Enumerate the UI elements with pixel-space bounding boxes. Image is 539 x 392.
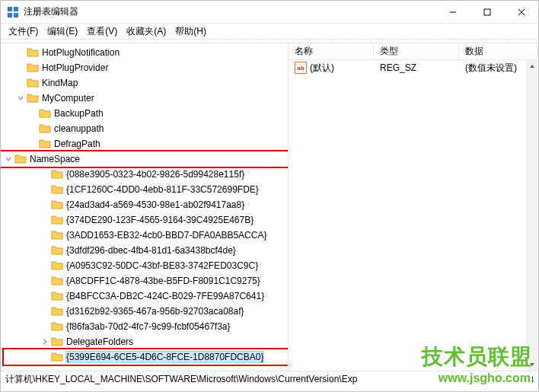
tree-item-label: {1CF1260C-4DD0-4ebb-811F-33C572699FDE} xyxy=(66,184,259,195)
folder-icon xyxy=(51,336,63,348)
title-bar: 注册表编辑器 xyxy=(1,1,538,24)
menu-edit[interactable]: 编辑(E) xyxy=(43,25,82,38)
folder-icon xyxy=(51,168,63,180)
tree-item-namespace[interactable]: NameSpace xyxy=(1,151,288,167)
tree-item-label: DelegateFolders xyxy=(66,336,133,347)
tree-item-label: NameSpace xyxy=(30,154,80,164)
values-pane[interactable]: 名称 类型 数据 ab (默认) REG_SZ (数值未设置) xyxy=(289,43,538,371)
tree-item[interactable]: MyComputer xyxy=(4,91,288,106)
tree-item[interactable]: KindMap xyxy=(4,75,288,91)
tree-item-label: KindMap xyxy=(42,78,78,88)
menu-file[interactable]: 文件(F) xyxy=(4,25,43,38)
window-buttons xyxy=(435,1,538,23)
tree-item-label: {A0953C92-50DC-43bf-BE83-3742FED03C9C} xyxy=(66,260,258,271)
tree-item[interactable]: {A8CDFF1C-4878-43be-B5FD-F8091C1C9275} xyxy=(4,273,288,288)
tree-item-label: {374DE290-123F-4565-9164-39C4925E467B} xyxy=(66,215,254,225)
tree-item[interactable]: DefragPath xyxy=(4,136,288,151)
folder-icon xyxy=(27,92,39,104)
app-icon xyxy=(7,6,19,18)
tree-item[interactable]: {B4BFCC3A-DB2C-424C-B029-7FE99A87C641} xyxy=(4,288,288,304)
maximize-button[interactable] xyxy=(470,1,504,23)
folder-icon xyxy=(39,123,51,135)
tree-item-label: MyComputer xyxy=(42,93,94,104)
tree-item[interactable]: {3ADD1653-EB32-4cb0-BBD7-DFA0ABB5ACCA} xyxy=(4,228,288,243)
menu-favorites[interactable]: 收藏夹(A) xyxy=(122,25,171,38)
folder-icon xyxy=(51,351,63,363)
header-data[interactable]: 数据 xyxy=(459,45,538,58)
tree-item-label: {3ADD1653-EB32-4cb0-BBD7-DFA0ABB5ACCA} xyxy=(66,230,266,241)
folder-icon xyxy=(27,46,39,59)
tree-item-selected[interactable]: {5399E694-6CE5-4D6C-8FCE-1D8870FDCBA0} xyxy=(4,349,288,365)
content-area: HotPlugNotification HotPlugProvider Kind… xyxy=(1,43,538,371)
tree-pane[interactable]: HotPlugNotification HotPlugProvider Kind… xyxy=(1,43,289,371)
tree-item[interactable]: cleanuppath xyxy=(4,121,288,136)
status-bar: 计算机\HKEY_LOCAL_MACHINE\SOFTWARE\Microsof… xyxy=(1,371,538,387)
tree-item[interactable]: {1CF1260C-4DD0-4ebb-811F-33C572699FDE} xyxy=(4,182,288,197)
tree-item-label: {B4BFCC3A-DB2C-424C-B029-7FE99A87C641} xyxy=(66,291,264,301)
folder-icon xyxy=(39,138,51,150)
folder-icon xyxy=(51,320,63,333)
chevron-down-icon[interactable] xyxy=(16,94,25,103)
tree-item-label: cleanuppath xyxy=(54,123,104,134)
folder-icon xyxy=(51,214,63,226)
tree-item-label: {24ad3ad4-a569-4530-98e1-ab02f9417aa8} xyxy=(66,199,244,210)
folder-icon xyxy=(39,107,51,120)
folder-icon xyxy=(27,62,39,74)
vertical-scrollbar[interactable] xyxy=(526,60,538,371)
folder-icon xyxy=(51,260,63,272)
tree-item[interactable]: HotPlugNotification xyxy=(4,45,288,60)
folder-icon xyxy=(51,183,63,196)
window-title: 注册表编辑器 xyxy=(24,5,435,18)
tree-item-label: {088e3905-0323-4b02-9826-5d99428e115f} xyxy=(66,169,244,180)
value-name: (默认) xyxy=(310,62,334,75)
tree-item[interactable]: {374DE290-123F-4565-9164-39C4925E467B} xyxy=(4,212,288,228)
tree-item[interactable]: {f86fa3ab-70d2-4fc7-9c99-fcbf05467f3a} xyxy=(4,319,288,334)
svg-rect-5 xyxy=(484,9,490,15)
tree-item-label: DefragPath xyxy=(54,139,100,149)
tree-item[interactable]: {24ad3ad4-a569-4530-98e1-ab02f9417aa8} xyxy=(4,197,288,212)
status-path-tail: \{53 xyxy=(518,374,534,385)
close-button[interactable] xyxy=(504,1,538,23)
header-type[interactable]: 类型 xyxy=(374,45,459,58)
status-path: 计算机\HKEY_LOCAL_MACHINE\SOFTWARE\Microsof… xyxy=(5,373,357,386)
string-value-icon: ab xyxy=(295,62,307,74)
value-type: REG_SZ xyxy=(374,62,459,73)
menu-bar: 文件(F) 编辑(E) 查看(V) 收藏夹(A) 帮助(H) xyxy=(1,24,538,39)
header-name[interactable]: 名称 xyxy=(289,45,374,58)
chevron-right-icon[interactable] xyxy=(40,337,49,346)
menu-help[interactable]: 帮助(H) xyxy=(171,25,211,38)
value-row[interactable]: ab (默认) REG_SZ (数值未设置) xyxy=(289,60,538,75)
svg-rect-0 xyxy=(8,7,12,11)
tree-item-label: HotPlugNotification xyxy=(42,47,120,58)
scroll-up-icon[interactable] xyxy=(529,60,535,72)
tree-item-label: {d3162b92-9365-467a-956b-92703aca08af} xyxy=(66,306,244,317)
tree-item[interactable]: BackupPath xyxy=(4,106,288,121)
tree-item-label: {5399E694-6CE5-4D6C-8FCE-1D8870FDCBA0} xyxy=(66,352,263,362)
menu-view[interactable]: 查看(V) xyxy=(82,25,122,38)
tree-item[interactable]: HotPlugProvider xyxy=(4,60,288,75)
svg-rect-1 xyxy=(14,7,18,11)
tree-item-label: {A8CDFF1C-4878-43be-B5FD-F8091C1C9275} xyxy=(66,276,260,286)
tree-item[interactable]: {3dfdf296-dbec-4fb4-81d1-6a3438bcf4de} xyxy=(4,243,288,258)
tree-item[interactable]: DelegateFolders xyxy=(4,334,288,349)
value-name-cell: ab (默认) xyxy=(289,62,374,75)
folder-icon xyxy=(51,244,63,257)
tree-item-label: HotPlugProvider xyxy=(42,62,108,73)
folder-icon xyxy=(51,290,63,302)
tree-item[interactable]: {d3162b92-9365-467a-956b-92703aca08af} xyxy=(4,304,288,319)
minimize-button[interactable] xyxy=(435,1,470,23)
tree-item-label: BackupPath xyxy=(54,108,104,119)
tree-item-label: {3dfdf296-dbec-4fb4-81d1-6a3438bcf4de} xyxy=(66,245,236,256)
chevron-down-icon[interactable] xyxy=(4,155,13,164)
svg-rect-2 xyxy=(8,13,12,18)
tree-item[interactable]: {088e3905-0323-4b02-9826-5d99428e115f} xyxy=(4,167,288,182)
folder-icon xyxy=(51,305,63,317)
scroll-down-icon[interactable] xyxy=(529,359,535,371)
registry-tree: HotPlugNotification HotPlugProvider Kind… xyxy=(1,43,288,366)
column-headers: 名称 类型 数据 xyxy=(289,43,538,60)
tree-item[interactable]: {A0953C92-50DC-43bf-BE83-3742FED03C9C} xyxy=(4,258,288,273)
tree-item-label: {f86fa3ab-70d2-4fc7-9c99-fcbf05467f3a} xyxy=(66,321,231,332)
folder-icon xyxy=(51,229,63,241)
folder-icon xyxy=(51,275,63,287)
folder-icon xyxy=(51,199,63,211)
